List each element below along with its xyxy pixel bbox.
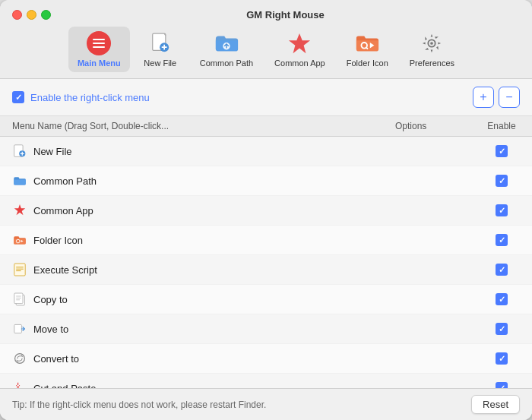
add-item-button[interactable]: + — [473, 87, 494, 108]
row-enable[interactable] — [471, 352, 532, 365]
titlebar: GM Right Mouse Main Menu — [0, 0, 532, 79]
traffic-lights — [12, 10, 51, 20]
table-row[interactable]: Convert to — [0, 344, 532, 374]
remove-item-button[interactable]: − — [499, 87, 520, 108]
common-app-row-icon — [12, 203, 27, 218]
row-enable[interactable] — [471, 323, 532, 335]
new-file-icon — [148, 31, 173, 55]
enable-checkbox-checked[interactable] — [496, 175, 508, 187]
tab-common-path-label: Common Path — [200, 58, 253, 68]
minimize-button[interactable] — [27, 10, 36, 20]
table-row[interactable]: Folder Icon — [0, 226, 532, 255]
row-enable[interactable] — [471, 145, 532, 157]
tab-main-menu-label: Main Menu — [78, 58, 121, 68]
reset-button[interactable]: Reset — [471, 395, 520, 414]
enable-row: Enable the right-click menu + − — [0, 79, 532, 116]
content-area: Enable the right-click menu + − Menu Nam… — [0, 79, 532, 420]
table-row[interactable]: Move to — [0, 314, 532, 344]
window-title: GM Right Mouse — [51, 9, 520, 21]
maximize-button[interactable] — [41, 10, 51, 20]
table-row[interactable]: Cut and Paste — [0, 374, 532, 388]
svg-rect-16 — [14, 264, 25, 276]
tab-main-menu[interactable]: Main Menu — [68, 27, 130, 72]
tab-new-file[interactable]: New File — [133, 27, 188, 72]
row-label: Common Path — [33, 175, 97, 187]
row-enable[interactable] — [471, 204, 532, 216]
tab-folder-icon[interactable]: Folder Icon — [337, 27, 397, 72]
enable-checkbox-checked[interactable] — [496, 264, 508, 276]
row-label: Move to — [33, 324, 68, 335]
row-label: Copy to — [33, 294, 68, 305]
row-label: New File — [33, 146, 72, 157]
move-to-row-icon — [12, 321, 27, 336]
enable-checkbox-checked[interactable] — [496, 293, 508, 305]
table-header: Menu Name (Drag Sort, Double-click... Op… — [0, 116, 532, 137]
svg-line-8 — [366, 48, 368, 49]
tab-common-app[interactable]: Common App — [265, 27, 334, 72]
cut-paste-row-icon — [12, 381, 27, 388]
table-body: New File Common Path — [0, 137, 532, 388]
common-path-row-icon — [12, 173, 27, 188]
tab-preferences[interactable]: Preferences — [401, 27, 464, 72]
table-row[interactable]: New File — [0, 137, 532, 166]
enable-checkbox-checked[interactable] — [496, 323, 508, 335]
row-label: Convert to — [33, 353, 79, 365]
svg-rect-25 — [14, 324, 22, 333]
svg-point-26 — [15, 354, 25, 364]
tab-preferences-label: Preferences — [410, 58, 454, 68]
toolbar: Main Menu New File — [68, 27, 464, 78]
tab-folder-icon-label: Folder Icon — [347, 58, 388, 68]
folder-icon-row-icon — [12, 232, 27, 248]
main-menu-icon — [87, 31, 111, 55]
row-label: Execute Script — [33, 264, 97, 276]
enable-checkbox-checked[interactable] — [496, 382, 508, 388]
tab-new-file-label: New File — [144, 58, 176, 68]
row-label: Common App — [33, 205, 93, 216]
row-label: Folder Icon — [33, 235, 83, 246]
col-options-header: Options — [395, 121, 471, 131]
enable-checkbox[interactable] — [12, 91, 24, 103]
enable-checkbox-checked[interactable] — [496, 352, 508, 365]
app-window: GM Right Mouse Main Menu — [0, 0, 532, 420]
common-path-icon — [214, 31, 239, 55]
enable-label: Enable the right-click menu — [30, 92, 150, 103]
common-app-icon — [287, 31, 312, 55]
close-button[interactable] — [12, 10, 22, 20]
row-enable[interactable] — [471, 234, 532, 246]
convert-to-row-icon — [12, 351, 27, 366]
footer-tip: Tip: If the right-click menu does not wo… — [12, 399, 266, 410]
table-row[interactable]: Common Path — [0, 166, 532, 196]
table-row[interactable]: Common App — [0, 196, 532, 226]
table-row[interactable]: Execute Script — [0, 255, 532, 285]
action-buttons: + − — [473, 87, 520, 108]
col-name-header: Menu Name (Drag Sort, Double-click... — [0, 121, 395, 131]
tab-common-app-label: Common App — [274, 58, 325, 68]
row-enable[interactable] — [471, 175, 532, 187]
execute-script-row-icon — [12, 262, 27, 277]
enable-checkbox-checked[interactable] — [496, 145, 508, 157]
preferences-icon — [420, 31, 444, 55]
enable-checkbox-checked[interactable] — [496, 234, 508, 246]
footer: Tip: If the right-click menu does not wo… — [0, 388, 532, 420]
copy-to-row-icon — [12, 292, 27, 307]
row-enable[interactable] — [471, 382, 532, 388]
svg-rect-21 — [14, 293, 23, 304]
table-row[interactable]: Copy to — [0, 285, 532, 314]
folder-icon-tb-icon — [355, 31, 379, 55]
new-file-row-icon — [12, 144, 27, 159]
enable-checkbox-checked[interactable] — [496, 204, 508, 216]
row-label: Cut and Paste — [33, 383, 96, 389]
row-enable[interactable] — [471, 264, 532, 276]
row-enable[interactable] — [471, 293, 532, 305]
tab-common-path[interactable]: Common Path — [191, 27, 262, 72]
svg-point-10 — [431, 42, 434, 45]
col-enable-header: Enable — [471, 121, 532, 131]
